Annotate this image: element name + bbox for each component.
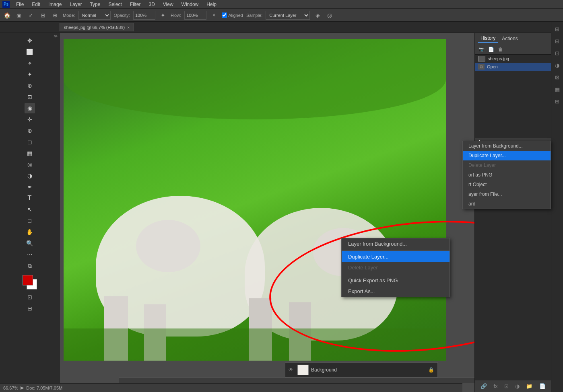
paths-icon[interactable]: ⊟ [553, 36, 562, 46]
menu-layer[interactable]: Layer [68, 1, 83, 8]
history-brush-tool[interactable]: ⊕ [25, 125, 35, 136]
menu-filter[interactable]: Filter [128, 1, 142, 8]
options-bar: 🏠 ◉ ✓ ⊞ ⊕ Mode: Normal Opacity: ✦ Flow: … [0, 9, 563, 22]
rctx-export-png[interactable]: ort as PNG [463, 170, 551, 180]
status-bar: 66.67% ▶ Doc: 7.05M/7.05M [0, 383, 462, 392]
layer-link-icon[interactable]: 🔗 [481, 383, 487, 389]
history-new-snapshot[interactable]: 📷 [477, 45, 485, 53]
layers-icon[interactable]: ⊡ [553, 48, 562, 58]
lasso-tool[interactable]: ⌖ [25, 58, 35, 68]
menu-window[interactable]: Window [180, 1, 200, 8]
rctx-place-from-file[interactable]: ayer from File... [463, 189, 551, 199]
opacity-input[interactable] [133, 11, 155, 20]
layer-fx-icon[interactable]: fx [493, 383, 497, 389]
wand-tool[interactable]: ✦ [25, 69, 35, 80]
color-icon[interactable]: ◑ [553, 60, 562, 70]
toolbar-collapse-icon[interactable]: ≫ [54, 34, 58, 38]
sample-dropdown[interactable]: Current Layer [266, 11, 310, 20]
eraser-tool[interactable]: ◻ [25, 137, 35, 147]
tab-history[interactable]: History [478, 35, 498, 43]
menu-image[interactable]: Image [47, 1, 63, 8]
layer-mask-icon[interactable]: ⊡ [504, 383, 509, 389]
right-icons-panel: ⊞ ⊟ ⊡ ◑ ⊠ ▦ ⊞ [551, 22, 563, 392]
flow-input[interactable] [184, 11, 206, 20]
ctx-divider-2 [342, 274, 450, 274]
sample-all-icon[interactable]: ◈ [313, 11, 322, 20]
crop-tool[interactable]: ⊡ [25, 92, 35, 102]
tab-bar: sheeps.jpg @ 66,7% (RGB/8#) × [0, 22, 563, 33]
patterns-icon[interactable]: ⊞ [553, 96, 562, 106]
pen-tool[interactable]: ✒ [25, 182, 35, 192]
menu-select[interactable]: Select [107, 1, 123, 8]
brush-preset-icon[interactable]: ◉ [14, 11, 23, 20]
move-tool[interactable]: ✥ [25, 35, 35, 46]
blur-tool[interactable]: ◎ [25, 159, 35, 170]
hand-tool[interactable]: ✋ [25, 227, 35, 237]
shape-tool[interactable]: □ [25, 215, 35, 226]
ctx-quick-export[interactable]: Quick Export as PNG [342, 275, 450, 286]
status-arrow: ▶ [21, 385, 24, 390]
extra-tools[interactable]: ⋯ [25, 249, 35, 260]
history-new-doc[interactable]: 📄 [487, 45, 495, 53]
menu-view[interactable]: View [161, 1, 175, 8]
smoothing-icon[interactable]: ⌖ [210, 11, 219, 20]
clone-tool[interactable]: ✛ [25, 114, 35, 125]
transform-tool[interactable]: ⧉ [25, 261, 35, 271]
zoom-tool[interactable]: 🔍 [25, 238, 35, 248]
brush-on-canvas-icon[interactable]: ⊕ [51, 11, 60, 20]
gradients-icon[interactable]: ▦ [553, 84, 562, 94]
canvas-area[interactable]: 👁 Background 🔒 Layer from Background... … [60, 33, 474, 392]
rctx-layer-from-bg[interactable]: Layer from Background... [463, 141, 551, 151]
menu-type[interactable]: Type [88, 1, 102, 8]
heal-tool[interactable]: ◉ [25, 103, 35, 113]
opacity-label: Opacity: [114, 13, 130, 18]
canvas-layer-eye[interactable]: 👁 [289, 367, 295, 373]
layer-folder-icon[interactable]: 📁 [526, 383, 532, 389]
marquee-tool[interactable]: ⬜ [25, 47, 35, 57]
channels-icon[interactable]: ⊞ [553, 24, 562, 34]
quick-mask-tool[interactable]: ⊡ [25, 292, 35, 302]
dodge-tool[interactable]: ◑ [25, 170, 35, 181]
eyedropper-tool[interactable]: ⊕ [25, 80, 35, 91]
mode-dropdown[interactable]: Normal [78, 11, 111, 20]
layer-adj-icon[interactable]: ◑ [515, 383, 520, 389]
rctx-smart-object[interactable]: rt Object [463, 180, 551, 189]
rctx-artboard[interactable]: ard [463, 199, 551, 209]
brush-toggle-icon[interactable]: ✓ [27, 11, 35, 20]
history-snapshot-item[interactable]: sheeps.jpg [475, 55, 563, 63]
aligned-checkbox[interactable] [222, 12, 227, 18]
history-panel: History Actions ≡ 📷 📄 🗑 sheeps.jpg ⊡ Ope… [475, 33, 563, 138]
ctx-export-as[interactable]: Export As... [342, 286, 450, 297]
text-tool[interactable]: T [25, 193, 35, 203]
home-icon[interactable]: 🏠 [2, 11, 11, 20]
history-state-open[interactable]: ⊡ Open [475, 63, 563, 71]
context-menu-right: Layer from Background... Duplicate Layer… [462, 141, 551, 209]
ctx-delete-layer: Delete Layer [342, 262, 450, 273]
zoom-level: 66.67% [3, 386, 18, 390]
brush-settings-icon[interactable]: ⊞ [39, 11, 47, 20]
pressure-icon[interactable]: ◎ [325, 11, 334, 20]
gradient-tool[interactable]: ▦ [25, 148, 35, 158]
document-tab[interactable]: sheeps.jpg @ 66,7% (RGB/8#) × [60, 23, 134, 31]
color-swatches[interactable] [23, 275, 37, 289]
tab-actions[interactable]: Actions [499, 35, 520, 42]
menu-help[interactable]: Help [205, 1, 218, 8]
layer-new-icon[interactable]: 📄 [539, 383, 546, 389]
swatches-icon[interactable]: ⊠ [553, 72, 562, 82]
ctx-duplicate-layer[interactable]: Duplicate Layer... [342, 251, 450, 262]
sample-label: Sample: [246, 13, 262, 18]
close-tab-icon[interactable]: × [127, 25, 130, 30]
path-select-tool[interactable]: ↖ [25, 204, 35, 215]
ctx-layer-from-bg[interactable]: Layer from Background... [342, 238, 450, 249]
rctx-duplicate-layer[interactable]: Duplicate Layer... [463, 151, 551, 160]
foreground-color-swatch[interactable] [23, 275, 33, 285]
menu-3d[interactable]: 3D [147, 1, 156, 8]
doc-info: Doc: 7.05M/7.05M [26, 386, 62, 390]
aligned-label[interactable]: Aligned [222, 12, 243, 18]
history-delete[interactable]: 🗑 [497, 45, 505, 53]
menu-file[interactable]: File [14, 1, 25, 8]
canvas-horizontal-scrollbar[interactable] [119, 378, 474, 383]
screen-mode-tool[interactable]: ⊟ [25, 303, 35, 314]
airbrush-icon[interactable]: ✦ [159, 11, 167, 20]
menu-edit[interactable]: Edit [30, 1, 42, 8]
